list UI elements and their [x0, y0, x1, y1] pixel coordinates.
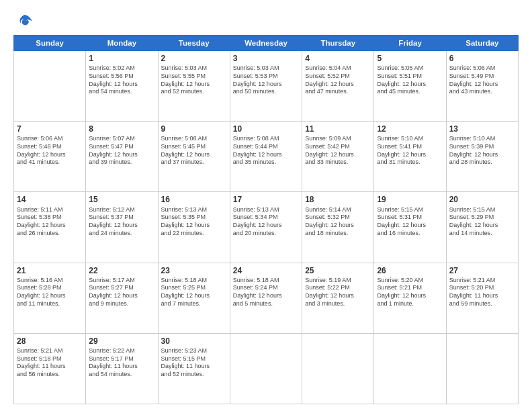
day-number: 1 [89, 53, 154, 64]
calendar-cell: 2Sunrise: 5:03 AM Sunset: 5:55 PM Daylig… [158, 51, 230, 122]
calendar-cell: 11Sunrise: 5:09 AM Sunset: 5:42 PM Dayli… [302, 122, 374, 192]
day-number: 30 [161, 336, 227, 347]
day-info: Sunrise: 5:14 AM Sunset: 5:32 PM Dayligh… [305, 206, 371, 238]
day-number: 16 [161, 194, 227, 205]
day-number: 4 [305, 53, 371, 64]
day-info: Sunrise: 5:15 AM Sunset: 5:31 PM Dayligh… [377, 206, 443, 238]
day-info: Sunrise: 5:10 AM Sunset: 5:41 PM Dayligh… [377, 135, 443, 167]
calendar-cell [230, 333, 302, 404]
day-number: 19 [377, 194, 443, 205]
day-info: Sunrise: 5:06 AM Sunset: 5:49 PM Dayligh… [449, 64, 515, 96]
calendar-cell: 28Sunrise: 5:21 AM Sunset: 5:18 PM Dayli… [14, 333, 86, 404]
calendar-header-row: SundayMondayTuesdayWednesdayThursdayFrid… [14, 36, 519, 51]
calendar-cell: 25Sunrise: 5:19 AM Sunset: 5:22 PM Dayli… [302, 263, 374, 333]
day-number: 20 [449, 194, 515, 205]
week-row-3: 14Sunrise: 5:11 AM Sunset: 5:38 PM Dayli… [14, 192, 519, 263]
calendar-cell: 8Sunrise: 5:07 AM Sunset: 5:47 PM Daylig… [86, 122, 158, 192]
calendar-cell: 24Sunrise: 5:18 AM Sunset: 5:24 PM Dayli… [230, 263, 302, 333]
calendar-table: SundayMondayTuesdayWednesdayThursdayFrid… [13, 35, 519, 404]
day-info: Sunrise: 5:18 AM Sunset: 5:25 PM Dayligh… [161, 277, 227, 308]
day-number: 15 [89, 194, 154, 205]
calendar-cell: 21Sunrise: 5:16 AM Sunset: 5:28 PM Dayli… [14, 263, 86, 333]
calendar-cell: 5Sunrise: 5:05 AM Sunset: 5:51 PM Daylig… [374, 51, 446, 122]
calendar-cell: 30Sunrise: 5:23 AM Sunset: 5:15 PM Dayli… [158, 333, 230, 404]
calendar-cell: 18Sunrise: 5:14 AM Sunset: 5:32 PM Dayli… [302, 192, 374, 263]
day-info: Sunrise: 5:03 AM Sunset: 5:55 PM Dayligh… [161, 64, 227, 96]
week-row-5: 28Sunrise: 5:21 AM Sunset: 5:18 PM Dayli… [14, 333, 519, 404]
calendar-cell: 22Sunrise: 5:17 AM Sunset: 5:27 PM Dayli… [86, 263, 158, 333]
day-number: 23 [161, 265, 227, 276]
calendar-cell: 4Sunrise: 5:04 AM Sunset: 5:52 PM Daylig… [302, 51, 374, 122]
day-info: Sunrise: 5:22 AM Sunset: 5:17 PM Dayligh… [89, 347, 154, 379]
calendar-cell: 7Sunrise: 5:06 AM Sunset: 5:48 PM Daylig… [14, 122, 86, 192]
day-number: 25 [305, 265, 371, 276]
calendar-cell: 12Sunrise: 5:10 AM Sunset: 5:41 PM Dayli… [374, 122, 446, 192]
day-info: Sunrise: 5:02 AM Sunset: 5:56 PM Dayligh… [89, 64, 154, 96]
calendar-cell: 20Sunrise: 5:15 AM Sunset: 5:29 PM Dayli… [446, 192, 518, 263]
calendar-cell: 13Sunrise: 5:10 AM Sunset: 5:39 PM Dayli… [446, 122, 518, 192]
day-number: 8 [89, 124, 154, 134]
day-number: 24 [233, 265, 299, 276]
day-number: 29 [89, 336, 154, 347]
day-info: Sunrise: 5:17 AM Sunset: 5:27 PM Dayligh… [89, 277, 154, 308]
page: SundayMondayTuesdayWednesdayThursdayFrid… [0, 0, 532, 411]
day-info: Sunrise: 5:13 AM Sunset: 5:35 PM Dayligh… [161, 206, 227, 238]
day-info: Sunrise: 5:19 AM Sunset: 5:22 PM Dayligh… [305, 277, 371, 308]
calendar-cell: 1Sunrise: 5:02 AM Sunset: 5:56 PM Daylig… [86, 51, 158, 122]
day-number: 6 [449, 53, 515, 64]
day-info: Sunrise: 5:07 AM Sunset: 5:47 PM Dayligh… [89, 135, 154, 167]
day-info: Sunrise: 5:05 AM Sunset: 5:51 PM Dayligh… [377, 64, 443, 96]
header [13, 12, 519, 28]
day-info: Sunrise: 5:23 AM Sunset: 5:15 PM Dayligh… [161, 347, 227, 379]
weekday-header-friday: Friday [374, 36, 446, 51]
calendar-cell [446, 333, 518, 404]
day-info: Sunrise: 5:09 AM Sunset: 5:42 PM Dayligh… [305, 135, 371, 167]
day-number: 12 [377, 124, 443, 134]
day-info: Sunrise: 5:04 AM Sunset: 5:52 PM Dayligh… [305, 64, 371, 96]
day-info: Sunrise: 5:08 AM Sunset: 5:45 PM Dayligh… [161, 135, 227, 167]
calendar-cell: 29Sunrise: 5:22 AM Sunset: 5:17 PM Dayli… [86, 333, 158, 404]
calendar-cell: 15Sunrise: 5:12 AM Sunset: 5:37 PM Dayli… [86, 192, 158, 263]
day-info: Sunrise: 5:20 AM Sunset: 5:21 PM Dayligh… [377, 277, 443, 308]
calendar-cell: 23Sunrise: 5:18 AM Sunset: 5:25 PM Dayli… [158, 263, 230, 333]
day-info: Sunrise: 5:18 AM Sunset: 5:24 PM Dayligh… [233, 277, 299, 308]
day-number: 26 [377, 265, 443, 276]
weekday-header-wednesday: Wednesday [230, 36, 302, 51]
calendar-cell: 26Sunrise: 5:20 AM Sunset: 5:21 PM Dayli… [374, 263, 446, 333]
calendar-cell: 14Sunrise: 5:11 AM Sunset: 5:38 PM Dayli… [14, 192, 86, 263]
week-row-1: 1Sunrise: 5:02 AM Sunset: 5:56 PM Daylig… [14, 51, 519, 122]
day-number: 9 [161, 124, 227, 134]
day-number: 10 [233, 124, 299, 134]
day-number: 13 [449, 124, 515, 134]
day-info: Sunrise: 5:10 AM Sunset: 5:39 PM Dayligh… [449, 135, 515, 167]
day-number: 28 [17, 336, 83, 347]
calendar-cell: 17Sunrise: 5:13 AM Sunset: 5:34 PM Dayli… [230, 192, 302, 263]
logo [13, 12, 34, 28]
day-number: 21 [17, 265, 83, 276]
week-row-4: 21Sunrise: 5:16 AM Sunset: 5:28 PM Dayli… [14, 263, 519, 333]
calendar-cell: 10Sunrise: 5:08 AM Sunset: 5:44 PM Dayli… [230, 122, 302, 192]
weekday-header-sunday: Sunday [14, 36, 86, 51]
calendar-cell: 9Sunrise: 5:08 AM Sunset: 5:45 PM Daylig… [158, 122, 230, 192]
day-number: 5 [377, 53, 443, 64]
day-number: 3 [233, 53, 299, 64]
day-number: 2 [161, 53, 227, 64]
weekday-header-thursday: Thursday [302, 36, 374, 51]
day-number: 22 [89, 265, 154, 276]
day-number: 18 [305, 194, 371, 205]
calendar-cell [374, 333, 446, 404]
logo-bird-icon [15, 12, 34, 31]
day-info: Sunrise: 5:11 AM Sunset: 5:38 PM Dayligh… [17, 206, 83, 238]
day-info: Sunrise: 5:03 AM Sunset: 5:53 PM Dayligh… [233, 64, 299, 96]
calendar-cell: 3Sunrise: 5:03 AM Sunset: 5:53 PM Daylig… [230, 51, 302, 122]
day-info: Sunrise: 5:12 AM Sunset: 5:37 PM Dayligh… [89, 206, 154, 238]
day-info: Sunrise: 5:21 AM Sunset: 5:20 PM Dayligh… [449, 277, 515, 308]
week-row-2: 7Sunrise: 5:06 AM Sunset: 5:48 PM Daylig… [14, 122, 519, 192]
calendar-cell [14, 51, 86, 122]
day-number: 17 [233, 194, 299, 205]
calendar-cell [302, 333, 374, 404]
day-info: Sunrise: 5:13 AM Sunset: 5:34 PM Dayligh… [233, 206, 299, 238]
day-number: 27 [449, 265, 515, 276]
day-number: 7 [17, 124, 83, 134]
calendar-cell: 6Sunrise: 5:06 AM Sunset: 5:49 PM Daylig… [446, 51, 518, 122]
